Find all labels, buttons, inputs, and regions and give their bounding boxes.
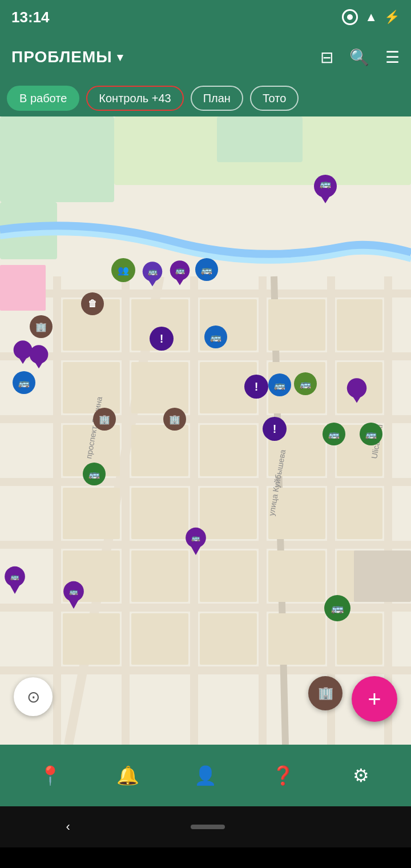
filter-plan[interactable]: План xyxy=(191,86,243,111)
marker-exclaim-3[interactable]: ! xyxy=(263,417,287,441)
svg-rect-26 xyxy=(131,362,188,413)
marker-bus-3[interactable]: 🚌 xyxy=(13,371,35,394)
bottom-nav: 📍 🔔 👤 ❓ ⚙ xyxy=(0,745,411,806)
marker-green-bus-2[interactable]: 🚌 xyxy=(360,423,382,445)
marker-pin-right-1[interactable] xyxy=(346,377,368,403)
gear-icon: ⚙ xyxy=(353,765,369,786)
svg-rect-51 xyxy=(354,550,411,602)
filter-icon[interactable]: ⊟ xyxy=(320,48,333,67)
top-bar: ПРОБЛЕМЫ ▾ ⊟ 🔍 ☰ xyxy=(0,34,411,80)
nav-profile[interactable]: 👤 xyxy=(183,765,228,786)
person-icon: 👤 xyxy=(194,765,217,786)
svg-rect-41 xyxy=(131,550,188,602)
marker-trash[interactable]: 🗑 xyxy=(81,292,104,315)
svg-rect-47 xyxy=(200,613,257,665)
map-icon: 📍 xyxy=(39,765,62,786)
page-title-group[interactable]: ПРОБЛЕМЫ ▾ xyxy=(11,48,123,66)
back-button[interactable]: ‹ xyxy=(54,814,81,840)
svg-marker-76 xyxy=(68,600,79,609)
svg-marker-56 xyxy=(320,194,331,203)
marker-exclaim-1[interactable]: ! xyxy=(150,327,174,351)
marker-bus-2[interactable]: 🚌 xyxy=(204,326,227,348)
marker-3[interactable]: 🚌 xyxy=(169,259,191,286)
svg-marker-70 xyxy=(191,546,201,555)
marker-2[interactable]: 🚌 xyxy=(142,260,163,287)
marker-green-bus-3[interactable]: 🚌 xyxy=(83,463,106,485)
search-icon[interactable]: 🔍 xyxy=(349,48,369,67)
svg-rect-31 xyxy=(131,425,188,476)
svg-rect-43 xyxy=(268,550,325,602)
svg-text:🚌: 🚌 xyxy=(148,267,158,276)
svg-text:🚌: 🚌 xyxy=(10,572,19,581)
marker-bus-blue[interactable]: 🚌 xyxy=(195,258,218,281)
svg-rect-48 xyxy=(268,613,325,665)
marker-people[interactable]: 👥 xyxy=(111,258,135,282)
battery-icon: ⚡ xyxy=(384,10,400,25)
filter-done[interactable]: Тото xyxy=(250,86,299,111)
svg-text:🚌: 🚌 xyxy=(191,533,200,542)
marker-pin-bottom-1[interactable]: 🚌 xyxy=(184,527,208,555)
svg-marker-64 xyxy=(18,356,27,364)
map-background: проспект Ленина улица Куйбышева Ulica Si… xyxy=(0,116,411,745)
svg-rect-32 xyxy=(200,425,257,476)
floating-building-marker[interactable]: 🏢 xyxy=(308,676,342,710)
svg-rect-46 xyxy=(131,613,188,665)
svg-text:🚌: 🚌 xyxy=(69,587,78,596)
svg-text:🚌: 🚌 xyxy=(175,266,186,275)
location-button[interactable]: ⊙ xyxy=(14,677,53,716)
status-time: 13:14 xyxy=(11,9,50,26)
svg-marker-58 xyxy=(147,279,157,287)
chevron-down-icon[interactable]: ▾ xyxy=(117,50,123,64)
svg-rect-45 xyxy=(63,613,120,665)
svg-rect-39 xyxy=(337,488,382,539)
bell-icon: 🔔 xyxy=(116,765,139,786)
top-bar-actions: ⊟ 🔍 ☰ xyxy=(320,48,400,67)
page-title: ПРОБЛЕМЫ xyxy=(11,48,112,66)
marker-bus-olive[interactable]: 🚌 xyxy=(294,372,317,395)
svg-rect-37 xyxy=(200,488,257,539)
filter-in-work[interactable]: В работе xyxy=(7,86,79,111)
nav-map[interactable]: 📍 xyxy=(27,765,73,786)
svg-rect-50 xyxy=(0,265,46,311)
svg-rect-1 xyxy=(0,116,114,202)
svg-marker-61 xyxy=(175,278,184,286)
location-icon: ⊙ xyxy=(27,688,40,706)
map-area[interactable]: проспект Ленина улица Куйбышева Ulica Si… xyxy=(0,116,411,745)
svg-rect-36 xyxy=(131,488,188,539)
record-icon xyxy=(342,9,358,25)
svg-point-67 xyxy=(347,378,367,398)
svg-rect-42 xyxy=(200,550,257,602)
nav-help[interactable]: ❓ xyxy=(260,765,306,786)
nav-notifications[interactable]: 🔔 xyxy=(105,765,151,786)
marker-exclaim-2[interactable]: ! xyxy=(244,375,268,399)
add-icon: + xyxy=(368,688,381,710)
svg-rect-35 xyxy=(63,488,120,539)
marker-pin-bl-1[interactable]: 🚌 xyxy=(3,565,27,594)
wifi-icon: ▲ xyxy=(365,10,377,25)
status-bar: 13:14 ▲ ⚡ xyxy=(0,0,411,34)
filter-bar: В работе Контроль +43 План Тото xyxy=(0,80,411,116)
svg-marker-66 xyxy=(34,361,43,368)
svg-rect-23 xyxy=(268,299,325,351)
question-icon: ❓ xyxy=(272,765,295,786)
marker-pin-left-2[interactable] xyxy=(29,344,49,369)
svg-marker-73 xyxy=(10,585,20,594)
nav-settings[interactable]: ⚙ xyxy=(338,765,384,786)
svg-rect-4 xyxy=(217,116,303,162)
marker-building-3[interactable]: 🏢 xyxy=(163,408,186,431)
filter-control[interactable]: Контроль +43 xyxy=(86,86,183,111)
menu-icon[interactable]: ☰ xyxy=(385,48,400,67)
add-button[interactable]: + xyxy=(352,676,397,722)
svg-rect-25 xyxy=(63,362,120,413)
marker-pin-bl-2[interactable]: 🚌 xyxy=(62,580,86,609)
home-button[interactable] xyxy=(191,825,225,829)
marker-green-bus-br[interactable]: 🚌 xyxy=(324,595,350,621)
marker-1[interactable]: 🚌 xyxy=(313,174,338,203)
marker-building-2[interactable]: 🏢 xyxy=(93,408,116,431)
svg-rect-24 xyxy=(337,299,382,351)
marker-bus-4[interactable]: 🚌 xyxy=(268,373,291,396)
status-icons: ▲ ⚡ xyxy=(342,9,400,25)
system-nav: ‹ xyxy=(0,806,411,847)
marker-green-bus-1[interactable]: 🚌 xyxy=(323,423,345,445)
marker-building-1[interactable]: 🏢 xyxy=(30,315,53,338)
